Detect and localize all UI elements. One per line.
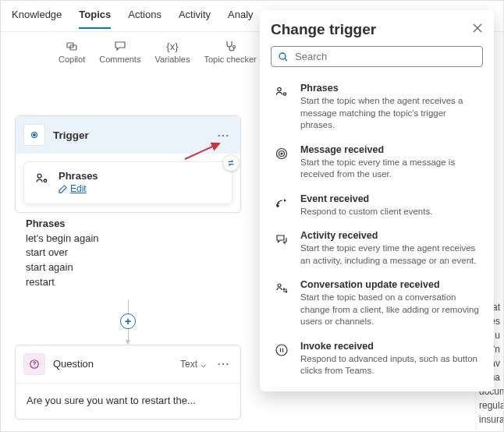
- option-desc: Respond to custom client events.: [300, 206, 432, 218]
- panel-search[interactable]: [271, 46, 483, 67]
- panel-close-button[interactable]: [472, 23, 483, 37]
- edit-phrases-link[interactable]: Edit: [59, 183, 87, 194]
- pause-circle-icon: [272, 341, 291, 359]
- add-node-button[interactable]: +: [120, 313, 136, 329]
- phrase-item: start again: [26, 260, 230, 275]
- trigger-phrases-card[interactable]: Phrases Edit: [23, 161, 232, 204]
- trigger-title: Trigger: [53, 129, 206, 141]
- question-more-menu[interactable]: ⋯: [214, 356, 232, 371]
- search-icon: [278, 51, 289, 62]
- target-icon: [272, 144, 291, 163]
- option-activity-received[interactable]: Activity received Start the topic every …: [271, 224, 483, 273]
- question-node[interactable]: Question Text ⌵ ⋯ Are you sure you want …: [15, 345, 241, 420]
- phrase-item: let's begin again: [26, 232, 230, 246]
- svg-point-11: [278, 87, 281, 90]
- panel-title: Change trigger: [271, 21, 472, 38]
- phrases-preview: Phrases let's begin again start over sta…: [15, 213, 241, 299]
- variables-label: Variables: [154, 55, 190, 64]
- comments-label: Comments: [99, 55, 140, 64]
- option-message-received[interactable]: Message received Start the topic every t…: [271, 138, 483, 187]
- broadcast-icon: [272, 193, 291, 212]
- arrowhead-icon: ▼: [124, 338, 133, 345]
- phrases-heading: Phrases: [26, 218, 230, 229]
- option-title: Activity received: [300, 230, 481, 241]
- change-trigger-panel: Change trigger Phrases Start the topic w…: [260, 10, 494, 391]
- comments-button[interactable]: Comments: [94, 38, 145, 66]
- copilot-button[interactable]: Copilot: [54, 38, 90, 66]
- option-desc: Start the topic every time a message is …: [300, 157, 481, 181]
- option-desc: Start the topic when the agent receives …: [300, 95, 481, 132]
- svg-point-16: [277, 204, 279, 206]
- phrases-icon: [34, 170, 51, 187]
- option-title: Phrases: [300, 83, 481, 94]
- svg-point-17: [278, 284, 281, 287]
- svg-point-15: [281, 153, 282, 154]
- search-input[interactable]: [295, 51, 476, 62]
- trigger-node-header: Trigger ⋯: [16, 116, 240, 154]
- option-phrases[interactable]: Phrases Start the topic when the agent r…: [271, 76, 483, 138]
- variables-icon: {x}: [166, 40, 179, 52]
- option-title: Conversation update received: [300, 279, 481, 290]
- option-conversation-update[interactable]: Conversation update received Start the t…: [271, 273, 483, 335]
- phrase-item: restart: [26, 275, 230, 290]
- swap-icon: [226, 158, 236, 168]
- copilot-icon: [66, 40, 78, 52]
- phrases-option-icon: [272, 83, 291, 101]
- tab-knowledge[interactable]: Knowledge: [12, 9, 62, 29]
- tab-analytics[interactable]: Analy: [228, 9, 254, 29]
- phrase-item: start over: [26, 246, 230, 260]
- option-desc: Start the topic based on a conversation …: [300, 292, 481, 328]
- node-connector: + ▼: [15, 299, 241, 345]
- stethoscope-icon: [224, 40, 236, 52]
- edit-label: Edit: [70, 183, 87, 194]
- svg-point-4: [34, 134, 36, 136]
- tab-activity[interactable]: Activity: [179, 9, 211, 29]
- question-type-selector[interactable]: Text ⌵: [180, 359, 206, 370]
- trigger-icon: [23, 124, 45, 146]
- question-icon: [23, 353, 45, 375]
- svg-point-18: [276, 345, 287, 356]
- tab-actions[interactable]: Actions: [128, 9, 161, 29]
- copilot-label: Copilot: [59, 55, 85, 64]
- question-type-label: Text: [180, 359, 197, 370]
- svg-point-2: [233, 46, 236, 48]
- svg-point-8: [34, 366, 34, 366]
- question-node-header: Question Text ⌵ ⋯: [16, 345, 240, 383]
- tab-topics[interactable]: Topics: [79, 9, 111, 29]
- pencil-icon: [59, 185, 67, 193]
- question-title: Question: [53, 358, 94, 370]
- topic-checker-label: Topic checker: [204, 55, 256, 64]
- option-desc: Respond to advanced inputs, such as butt…: [300, 353, 481, 377]
- close-icon: [472, 23, 483, 34]
- chevron-down-icon: ⌵: [201, 359, 206, 370]
- comment-icon: [114, 40, 126, 52]
- option-title: Message received: [300, 144, 481, 155]
- people-sync-icon: [272, 279, 291, 298]
- option-invoke-received[interactable]: Invoke received Respond to advanced inpu…: [271, 335, 483, 384]
- svg-point-5: [37, 174, 41, 178]
- chat-icon: [272, 230, 291, 249]
- topic-checker-button[interactable]: Topic checker: [199, 38, 261, 66]
- option-title: Invoke received: [300, 341, 481, 352]
- variables-button[interactable]: {x} Variables: [150, 38, 194, 66]
- trigger-more-menu[interactable]: ⋯: [214, 128, 232, 143]
- phrases-title: Phrases: [59, 170, 98, 182]
- svg-point-10: [279, 53, 286, 59]
- option-event-received[interactable]: Event received Respond to custom client …: [271, 187, 483, 225]
- change-trigger-button[interactable]: [222, 154, 240, 172]
- option-desc: Start the topic every time the agent rec…: [300, 243, 481, 267]
- trigger-node[interactable]: Trigger ⋯ Phrases Edit: [15, 115, 241, 213]
- question-body[interactable]: Are you sure you want to restart the...: [16, 384, 240, 419]
- option-title: Event received: [300, 193, 432, 204]
